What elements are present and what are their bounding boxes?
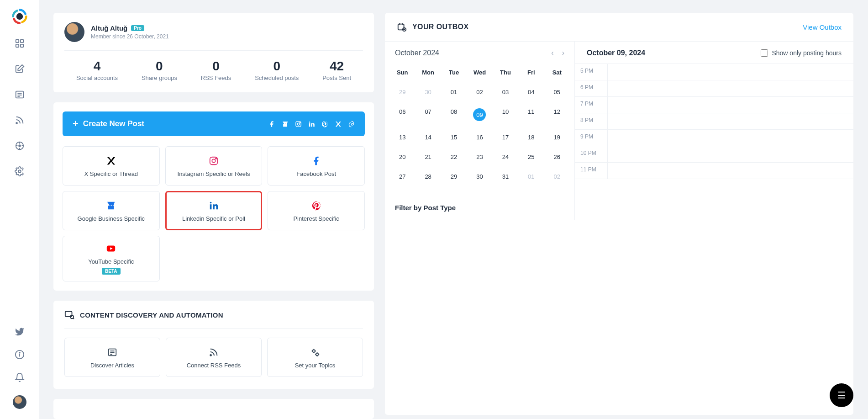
outbox-icon: [397, 22, 407, 32]
calendar-day[interactable]: 02: [467, 82, 492, 102]
post-type-gbiz[interactable]: Google Business Specific: [63, 191, 160, 230]
threads-icon: [348, 121, 355, 127]
hour-slot[interactable]: [608, 97, 853, 113]
calendar-day[interactable]: 26: [544, 147, 570, 167]
discovery-news[interactable]: Discover Articles: [64, 338, 160, 377]
hour-slot[interactable]: [608, 163, 853, 179]
calendar-day[interactable]: 29: [441, 167, 467, 186]
calendar-day[interactable]: 30: [467, 167, 492, 186]
post-type-pinterest[interactable]: Pinterest Specific: [268, 191, 365, 230]
calendar-day[interactable]: 18: [518, 127, 544, 147]
bell-icon[interactable]: [15, 372, 25, 382]
discovery-card: CONTENT DISCOVERY AND AUTOMATION Discove…: [53, 301, 374, 389]
post-type-instagram[interactable]: Instagram Specific or Reels: [165, 146, 263, 186]
svg-point-17: [297, 123, 300, 125]
calendar-day[interactable]: 01: [441, 82, 467, 102]
member-since: Member since 26 October, 2021: [91, 33, 169, 40]
news-icon[interactable]: [15, 90, 25, 100]
scope-icon[interactable]: [15, 141, 25, 151]
calendar-day[interactable]: 21: [415, 147, 441, 167]
calendar-day[interactable]: 25: [518, 147, 544, 167]
calendar-day[interactable]: 05: [544, 82, 570, 102]
calendar-day[interactable]: 19: [544, 127, 570, 147]
calendar-day[interactable]: 14: [415, 127, 441, 147]
svg-point-12: [18, 170, 21, 173]
stat: 0Scheduled posts: [255, 59, 299, 81]
calendar-day[interactable]: 01: [518, 167, 544, 186]
compose-icon[interactable]: [15, 64, 25, 74]
twitter-icon[interactable]: [15, 327, 25, 337]
calendar-day[interactable]: 13: [389, 127, 415, 147]
calendar-day[interactable]: 29: [389, 82, 415, 102]
user-avatar-small[interactable]: [13, 395, 26, 409]
beta-badge: BETA: [102, 268, 120, 275]
discovery-icon: [64, 310, 74, 320]
dashboard-icon[interactable]: [15, 38, 25, 48]
rss-icon: [209, 346, 219, 358]
outbox-card: YOUR OUTBOX View Outbox October 2024 ‹ ›…: [385, 13, 853, 415]
user-avatar: [64, 22, 84, 42]
svg-point-15: [19, 352, 20, 353]
hour-slot[interactable]: [608, 146, 853, 162]
hour-slot[interactable]: [608, 64, 853, 80]
calendar-dow: Thu: [493, 64, 518, 82]
calendar-day[interactable]: 22: [441, 147, 467, 167]
svg-point-34: [210, 355, 211, 356]
hour-slot[interactable]: [608, 80, 853, 96]
hour-slot[interactable]: [608, 130, 853, 146]
facebook-icon: [311, 155, 321, 167]
show-posting-hours-toggle[interactable]: Show only posting hours: [761, 49, 842, 57]
calendar-day[interactable]: 03: [493, 82, 518, 102]
hour-row: 5 PM: [575, 64, 853, 80]
prev-month-button[interactable]: ‹: [551, 49, 553, 57]
calendar-day[interactable]: 04: [518, 82, 544, 102]
app-logo: [11, 8, 28, 25]
linkedin-icon: [308, 121, 315, 127]
discovery-rss[interactable]: Connect RSS Feeds: [166, 338, 262, 377]
linkedin-icon: [209, 200, 219, 212]
post-type-linkedin[interactable]: Linkedin Specific or Poll: [165, 191, 263, 230]
post-type-x[interactable]: X Specific or Thread: [63, 146, 160, 186]
calendar-day[interactable]: 02: [544, 167, 570, 186]
discovery-gears[interactable]: Set your Topics: [267, 338, 363, 377]
gears-icon: [310, 346, 320, 358]
calendar-day[interactable]: 24: [493, 147, 518, 167]
info-icon[interactable]: [15, 350, 25, 360]
hour-row: 9 PM: [575, 130, 853, 146]
post-type-youtube[interactable]: YouTube SpecificBETA: [63, 236, 160, 281]
settings-icon[interactable]: [15, 166, 25, 176]
hour-row: 7 PM: [575, 97, 853, 113]
calendar-day[interactable]: 07: [415, 102, 441, 127]
calendar-month: October 2024: [395, 49, 439, 57]
fab-menu-button[interactable]: ☰: [830, 383, 853, 407]
calendar-dow: Tue: [441, 64, 467, 82]
facebook-icon: [268, 121, 275, 127]
calendar-day[interactable]: 15: [441, 127, 467, 147]
calendar-day[interactable]: 16: [467, 127, 492, 147]
view-outbox-link[interactable]: View Outbox: [803, 23, 842, 31]
calendar-day[interactable]: 06: [389, 102, 415, 127]
calendar-day[interactable]: 30: [415, 82, 441, 102]
calendar-day[interactable]: 08: [441, 102, 467, 127]
calendar-day[interactable]: 20: [389, 147, 415, 167]
calendar-day[interactable]: 27: [389, 167, 415, 186]
svg-line-29: [73, 318, 74, 319]
svg-point-20: [309, 121, 310, 122]
pinterest-icon: [321, 121, 328, 127]
calendar-day[interactable]: 31: [493, 167, 518, 186]
rss-icon[interactable]: [15, 115, 25, 125]
calendar-day[interactable]: 17: [493, 127, 518, 147]
post-type-facebook[interactable]: Facebook Post: [268, 146, 365, 186]
calendar-day[interactable]: 11: [518, 102, 544, 127]
next-month-button[interactable]: ›: [562, 49, 564, 57]
calendar-day[interactable]: 23: [467, 147, 492, 167]
hour-slot[interactable]: [608, 113, 853, 129]
calendar-day[interactable]: 28: [415, 167, 441, 186]
pro-badge: Pro: [131, 25, 144, 31]
create-new-post-button[interactable]: + Create New Post: [63, 111, 365, 136]
calendar-day[interactable]: 12: [544, 102, 570, 127]
calendar-day[interactable]: 10: [493, 102, 518, 127]
calendar-day[interactable]: 09: [467, 102, 492, 127]
blank-card: [53, 399, 374, 419]
svg-rect-2: [20, 40, 23, 42]
